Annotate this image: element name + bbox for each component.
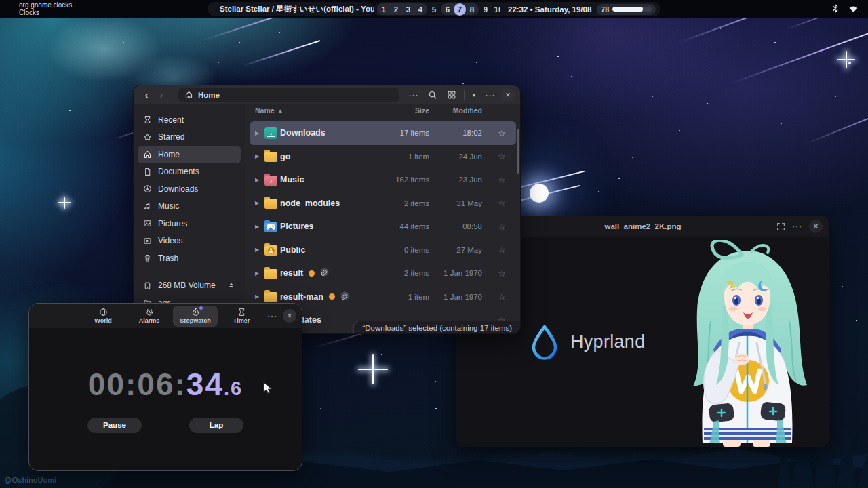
- workspace-4[interactable]: 4: [414, 3, 427, 15]
- sidebar-item-pictures[interactable]: Pictures: [138, 215, 241, 232]
- expand-arrow-icon[interactable]: ▶: [252, 270, 262, 277]
- sidebar-item-videos[interactable]: Videos: [138, 232, 241, 250]
- tab-world[interactable]: World: [81, 306, 125, 327]
- column-name[interactable]: Name▲: [255, 106, 365, 115]
- expand-arrow-icon[interactable]: ▶: [252, 130, 262, 136]
- stopwatch-fraction: .6: [224, 378, 243, 399]
- workspace-3[interactable]: 3: [402, 3, 414, 15]
- file-manager-sidebar: Recent Starred Home Documents Downloads …: [134, 104, 245, 334]
- column-modified[interactable]: Modified: [429, 106, 490, 115]
- file-manager-close-icon[interactable]: ×: [501, 88, 515, 102]
- datetime-label: 22:32 • Saturday, 19/08: [508, 5, 591, 14]
- expand-arrow-icon[interactable]: ▶: [252, 177, 262, 183]
- media-player-widget[interactable]: Stellar Stellar / 星街すいせい(official) - You: [208, 2, 374, 16]
- expand-arrow-icon[interactable]: ▶: [252, 153, 262, 159]
- star-toggle[interactable]: ☆: [490, 268, 513, 279]
- file-row-pictures[interactable]: ▶ Pictures 44 items 08:58 ☆: [250, 215, 516, 239]
- emblem-paperclip-icon: [320, 267, 329, 279]
- sidebar-item-volume[interactable]: 268 MB Volume: [138, 277, 241, 295]
- workspace-1[interactable]: 1: [378, 3, 390, 15]
- workspace-9[interactable]: 9: [479, 3, 492, 15]
- file-row-node-modules[interactable]: ▶ node_modules 2 items 31 May ☆: [250, 192, 516, 216]
- column-headers: Name▲ Size Modified: [245, 104, 520, 117]
- pictures-folder-icon: [264, 222, 277, 232]
- pause-button[interactable]: Pause: [87, 418, 142, 433]
- path-menu-icon[interactable]: ···: [406, 87, 422, 102]
- star-toggle[interactable]: ☆: [490, 128, 513, 138]
- emblem-dot-icon: [309, 270, 315, 277]
- bluetooth-icon[interactable]: [832, 3, 839, 14]
- fullscreen-icon[interactable]: [776, 222, 785, 231]
- scrollbar-thumb[interactable]: [517, 129, 519, 174]
- clocks-menu-icon[interactable]: ···: [267, 311, 277, 321]
- toolbar-divider: [464, 90, 465, 100]
- selection-status-bar: “Downloads” selected (containing 17 item…: [353, 321, 520, 334]
- file-manager-window: ‹ › Home ··· ▾ ··· × Recent: [133, 85, 521, 334]
- star-toggle[interactable]: ☆: [490, 245, 513, 255]
- moon: [530, 184, 549, 203]
- file-row-music[interactable]: ▶ ♪ Music 162 items 23 Jun ☆: [250, 168, 516, 192]
- home-icon: [184, 90, 193, 99]
- workspace-8[interactable]: 8: [466, 3, 478, 15]
- expand-arrow-icon[interactable]: ▶: [252, 293, 262, 300]
- path-bar[interactable]: Home: [178, 88, 399, 102]
- grid-view-icon[interactable]: [443, 87, 460, 102]
- sidebar-item-starred[interactable]: Starred: [138, 129, 241, 146]
- battery-percent-label: 78: [601, 5, 609, 14]
- folder-icon: [264, 199, 277, 209]
- workspace-6[interactable]: 6: [441, 3, 454, 15]
- star-toggle[interactable]: ☆: [490, 151, 513, 161]
- anime-character-illustration: [663, 240, 829, 447]
- star-toggle[interactable]: ☆: [490, 198, 513, 208]
- star-toggle[interactable]: ☆: [490, 175, 513, 185]
- eject-icon[interactable]: [227, 281, 235, 291]
- star-toggle[interactable]: ☆: [490, 291, 513, 302]
- file-row-result[interactable]: ▶ result 2 items 1 Jan 1970 ☆: [250, 262, 516, 285]
- forward-icon[interactable]: ›: [154, 89, 169, 100]
- viewer-menu-icon[interactable]: ···: [792, 222, 802, 231]
- expand-arrow-icon[interactable]: ▶: [252, 200, 262, 206]
- tab-alarms[interactable]: Alarms: [127, 306, 172, 327]
- search-icon[interactable]: [425, 87, 441, 102]
- file-row-downloads[interactable]: ▶ ↓ Downloads 17 items 18:02 ☆: [250, 121, 516, 145]
- media-title: Stellar Stellar / 星街すいせい(official) - You: [220, 4, 374, 14]
- viewer-close-icon[interactable]: ×: [809, 220, 823, 233]
- stopwatch-panel: 00:06:34.6 Pause Lap: [29, 328, 302, 470]
- sidebar-item-downloads[interactable]: Downloads: [138, 180, 241, 198]
- file-row-public[interactable]: ▶ Public 0 items 27 May ☆: [250, 239, 516, 262]
- meteor-streak: [804, 88, 868, 145]
- view-options-caret-icon[interactable]: ▾: [469, 87, 479, 102]
- wifi-icon[interactable]: [848, 4, 859, 13]
- meteor-streak: [243, 40, 321, 66]
- sidebar-item-trash[interactable]: Trash: [138, 249, 241, 267]
- workspace-2[interactable]: 2: [390, 3, 402, 15]
- lap-button[interactable]: Lap: [189, 418, 243, 433]
- sidebar-item-documents[interactable]: Documents: [138, 163, 241, 181]
- sidebar-item-music[interactable]: Music: [138, 198, 241, 216]
- expand-arrow-icon[interactable]: ▶: [252, 247, 262, 253]
- column-size[interactable]: Size: [365, 106, 429, 115]
- expand-arrow-icon[interactable]: ▶: [252, 224, 262, 230]
- stopwatch-time: 00:06:34.6: [88, 366, 243, 403]
- tab-stopwatch[interactable]: Stopwatch: [173, 306, 218, 327]
- workspace-7-active[interactable]: 7: [454, 3, 466, 16]
- sidebar-item-recent[interactable]: Recent: [138, 111, 241, 129]
- hyprland-drop-icon: [528, 323, 561, 360]
- sort-arrow-icon: ▲: [278, 108, 283, 114]
- clock-widget[interactable]: 22:32 • Saturday, 19/08 78: [500, 2, 660, 16]
- window-menu-icon[interactable]: ···: [482, 87, 498, 102]
- workspace-group: 1 2 3 4: [377, 3, 427, 15]
- clocks-tabs: World Alarms Stopwatch Timer: [81, 306, 264, 327]
- file-list: Name▲ Size Modified ▶ ↓ Downloads 17 ite…: [245, 104, 520, 334]
- workspace-group: 6 7 8: [441, 3, 479, 15]
- stopwatch-hours: 00: [88, 367, 125, 402]
- app-name-label: Clocks: [19, 9, 72, 16]
- back-icon[interactable]: ‹: [139, 89, 154, 100]
- hyprland-logo-text: Hyprland: [570, 331, 645, 352]
- workspace-5[interactable]: 5: [428, 3, 440, 15]
- file-row-go[interactable]: ▶ go 1 item 24 Jun ☆: [250, 145, 516, 169]
- tab-timer[interactable]: Timer: [219, 306, 264, 327]
- sidebar-item-home[interactable]: Home: [138, 146, 241, 163]
- clocks-close-icon[interactable]: ×: [283, 309, 296, 323]
- star-toggle[interactable]: ☆: [490, 222, 513, 232]
